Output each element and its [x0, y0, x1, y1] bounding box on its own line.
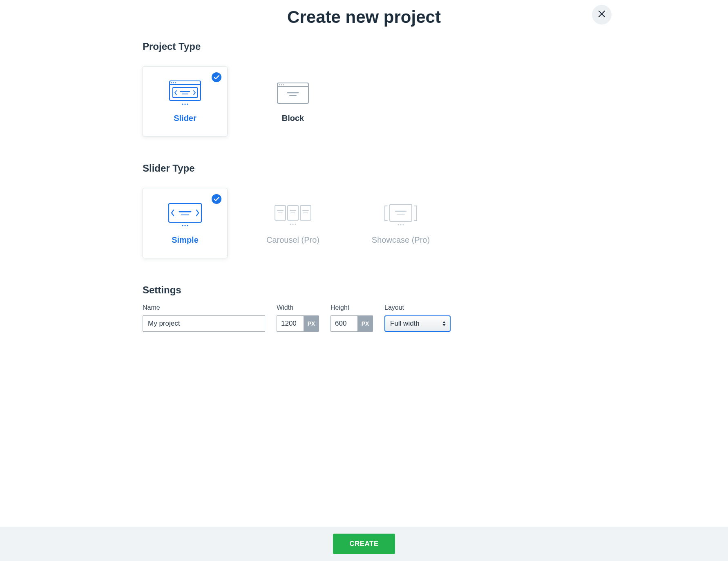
width-unit: PX	[304, 315, 319, 332]
svg-point-41	[398, 224, 399, 225]
svg-point-15	[279, 84, 280, 85]
svg-point-23	[182, 225, 183, 226]
svg-marker-44	[442, 321, 446, 323]
svg-point-16	[281, 84, 282, 85]
svg-point-37	[295, 224, 296, 225]
select-arrows-icon	[442, 321, 446, 326]
slider-type-carousel: Carousel (Pro)	[250, 188, 335, 258]
block-icon	[277, 80, 309, 106]
project-type-heading: Project Type	[143, 41, 585, 52]
svg-point-17	[283, 84, 284, 85]
settings-row: Name Width PX Height PX Layout	[143, 304, 585, 332]
svg-rect-38	[390, 204, 412, 221]
svg-point-43	[403, 224, 404, 225]
simple-slider-icon	[168, 202, 202, 228]
svg-point-12	[187, 103, 188, 105]
project-type-block[interactable]: Block	[250, 66, 335, 136]
slider-icon	[169, 80, 201, 106]
name-input[interactable]	[143, 315, 265, 332]
svg-marker-45	[442, 324, 446, 326]
showcase-icon	[383, 202, 418, 228]
svg-point-4	[171, 82, 172, 83]
svg-point-11	[184, 103, 185, 105]
svg-point-10	[182, 103, 183, 105]
slider-type-carousel-label: Carousel (Pro)	[266, 235, 319, 245]
name-label: Name	[143, 304, 265, 311]
slider-type-showcase-label: Showcase (Pro)	[372, 235, 430, 245]
project-type-slider-label: Slider	[174, 114, 197, 123]
height-input[interactable]	[331, 315, 357, 332]
check-badge	[212, 72, 221, 82]
svg-point-24	[184, 225, 185, 226]
svg-rect-20	[169, 203, 201, 222]
project-type-slider[interactable]: Slider	[143, 66, 228, 136]
slider-type-options: Simple	[143, 188, 585, 258]
slider-type-simple-label: Simple	[172, 235, 199, 245]
settings-heading: Settings	[143, 284, 585, 296]
height-unit: PX	[357, 315, 373, 332]
layout-select-value: Full width	[390, 320, 420, 328]
close-icon	[598, 10, 605, 19]
page-title: Create new project	[112, 7, 616, 27]
svg-point-42	[400, 224, 402, 225]
svg-point-25	[187, 225, 188, 226]
close-button[interactable]	[592, 5, 612, 25]
width-input[interactable]	[277, 315, 304, 332]
slider-type-showcase: Showcase (Pro)	[358, 188, 443, 258]
height-label: Height	[331, 304, 373, 311]
svg-point-36	[293, 224, 294, 225]
slider-type-simple[interactable]: Simple	[143, 188, 228, 258]
svg-point-35	[290, 224, 291, 225]
width-label: Width	[277, 304, 319, 311]
carousel-icon	[274, 202, 312, 228]
project-type-options: Slider Block	[143, 66, 585, 136]
check-badge	[212, 194, 221, 204]
svg-point-6	[175, 82, 176, 83]
svg-point-5	[173, 82, 174, 83]
svg-rect-7	[173, 87, 197, 98]
slider-type-heading: Slider Type	[143, 163, 585, 174]
project-type-block-label: Block	[282, 114, 304, 123]
layout-label: Layout	[384, 304, 451, 311]
layout-select[interactable]: Full width	[384, 315, 451, 332]
